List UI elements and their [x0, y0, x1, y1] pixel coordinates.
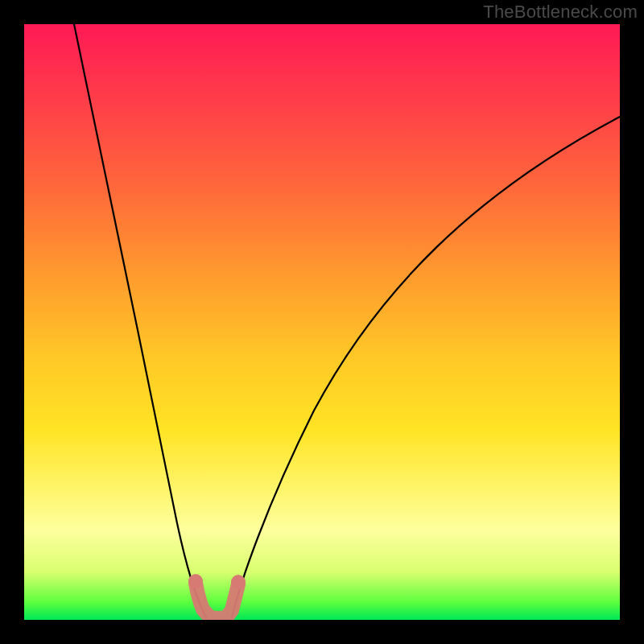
- chart-svg: [24, 24, 620, 620]
- highlight-dot-right: [231, 575, 246, 589]
- highlight-bridge: [196, 583, 238, 618]
- curve-left: [74, 24, 206, 617]
- curve-right: [232, 117, 620, 617]
- watermark-text: TheBottleneck.com: [483, 2, 638, 23]
- plot-area: [24, 24, 620, 620]
- highlight-dot-left: [188, 574, 203, 588]
